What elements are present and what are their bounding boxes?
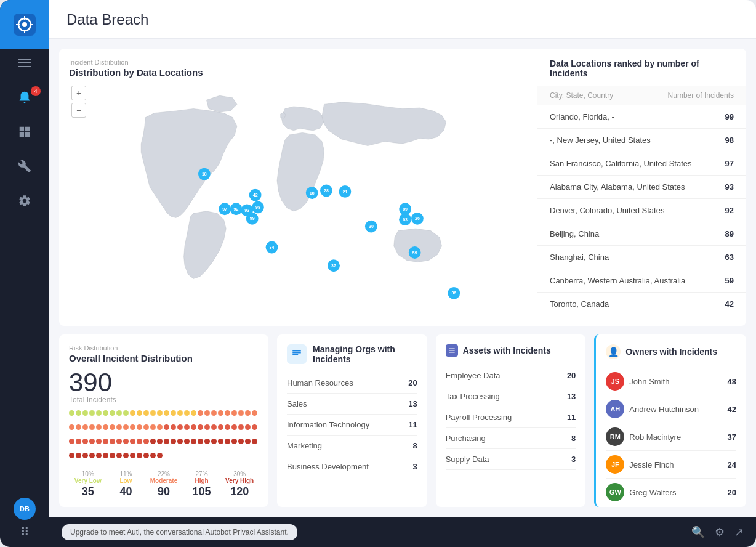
map-marker-21[interactable]: 21 xyxy=(339,185,352,198)
sidebar-item-dashboard[interactable] xyxy=(0,116,49,148)
user-avatar[interactable]: DB xyxy=(14,498,36,520)
map-marker-34[interactable]: 34 xyxy=(266,241,278,254)
locations-table-header: City, State, Country Number of Incidents xyxy=(537,86,746,105)
risk-dot xyxy=(110,439,115,444)
location-row[interactable]: Alabama City, Alabama, United States93 xyxy=(537,176,746,199)
location-row[interactable]: Shanghai, China63 xyxy=(537,246,746,269)
risk-dot xyxy=(96,453,102,458)
map-marker-63[interactable]: 63 xyxy=(399,213,411,225)
risk-dot xyxy=(96,410,102,416)
svg-rect-4 xyxy=(18,62,31,63)
export-icon[interactable]: ↗ xyxy=(734,525,744,539)
page-title: Data Breach xyxy=(66,11,739,28)
asset-row: Employee Data20 xyxy=(446,365,576,386)
filter-icon[interactable]: ⚙ xyxy=(715,525,725,539)
map-marker-99[interactable]: 99 xyxy=(246,213,259,225)
risk-level-col: 27% High 105 xyxy=(183,471,221,498)
assets-header: Assets with Incidents xyxy=(446,344,576,357)
svg-rect-46 xyxy=(292,350,301,352)
risk-dot xyxy=(252,439,257,444)
risk-dot xyxy=(245,439,251,444)
search-icon[interactable]: 🔍 xyxy=(691,525,705,539)
map-marker-59[interactable]: 59 xyxy=(409,246,421,259)
risk-dot xyxy=(130,439,135,444)
svg-text:99: 99 xyxy=(250,216,255,221)
owner-avatar: RM xyxy=(606,427,624,446)
risk-dot xyxy=(164,410,169,416)
risk-dot xyxy=(150,439,156,444)
risk-dot xyxy=(177,439,183,444)
risk-dot xyxy=(82,439,88,444)
location-count-header: Number of Incidents xyxy=(668,91,734,100)
svg-text:92: 92 xyxy=(234,207,239,211)
risk-dot xyxy=(231,424,237,430)
orgs-list: Human Resources20Sales13Information Tech… xyxy=(287,373,417,477)
map-marker-18b[interactable]: 18 xyxy=(306,187,318,199)
risk-dot xyxy=(123,439,129,444)
location-row[interactable]: Beijing, China89 xyxy=(537,222,746,246)
map-marker-37[interactable]: 37 xyxy=(328,259,340,272)
risk-dot-grid xyxy=(69,410,259,466)
map-marker-30[interactable]: 30 xyxy=(365,221,377,233)
risk-dot xyxy=(89,453,95,458)
svg-rect-3 xyxy=(18,59,31,60)
hamburger-menu[interactable] xyxy=(0,49,49,76)
location-row[interactable]: Toronto, Canada42 xyxy=(537,293,746,314)
svg-rect-7 xyxy=(25,127,30,131)
risk-dot xyxy=(184,439,190,444)
svg-text:89: 89 xyxy=(403,207,408,211)
svg-rect-8 xyxy=(20,132,24,137)
map-marker-42[interactable]: 42 xyxy=(249,189,262,201)
risk-bars: 10% Very Low 35 11% Low 40 22% Moderate … xyxy=(69,471,259,498)
risk-dot xyxy=(69,453,74,458)
risk-dot xyxy=(177,424,183,430)
risk-dot xyxy=(198,410,203,416)
map-marker-92[interactable]: 92 xyxy=(230,203,243,215)
map-marker-98[interactable]: 98 xyxy=(252,201,264,213)
risk-dot xyxy=(76,453,81,458)
orgs-panel-title: Managing Orgs with Incidents xyxy=(313,344,417,364)
risk-dot xyxy=(245,424,251,430)
apps-icon[interactable]: ⠿ xyxy=(20,525,30,540)
location-row[interactable]: -, New Jersey, United States98 xyxy=(537,129,746,152)
risk-dot xyxy=(150,453,156,458)
location-row[interactable]: San Francisco, California, United States… xyxy=(537,152,746,176)
risk-dot xyxy=(225,424,230,430)
risk-dot xyxy=(150,424,156,430)
risk-dot xyxy=(137,410,142,416)
chat-hint-text[interactable]: Upgrade to meet Auti, the conversational… xyxy=(62,524,297,540)
risk-dot xyxy=(96,424,102,430)
risk-dot xyxy=(184,424,190,430)
map-marker-89[interactable]: 89 xyxy=(399,203,411,215)
map-marker-26[interactable]: 26 xyxy=(411,213,424,225)
risk-dot xyxy=(157,439,163,444)
owner-row: AH Andrew Hutchinson 42 xyxy=(606,395,736,423)
risk-dot xyxy=(177,410,183,416)
location-row[interactable]: Orlando, Florida, -99 xyxy=(537,105,746,129)
owner-row: RM Rob Macintyre 37 xyxy=(606,423,736,451)
risk-dot xyxy=(89,424,95,430)
map-marker-28[interactable]: 28 xyxy=(320,185,332,197)
sidebar: 4 DB ⠿ xyxy=(0,0,49,547)
location-row[interactable]: Canberra, Western Australia, Australia59 xyxy=(537,269,746,293)
map-marker-97[interactable]: 97 xyxy=(219,203,231,215)
sidebar-item-tools[interactable] xyxy=(0,150,49,182)
sidebar-item-settings[interactable] xyxy=(0,185,49,217)
risk-dot xyxy=(76,410,81,416)
risk-panel: Risk Distribution Overall Incident Distr… xyxy=(59,334,268,507)
risk-dot xyxy=(171,410,176,416)
risk-dot xyxy=(211,410,217,416)
risk-dot xyxy=(103,424,108,430)
risk-dot xyxy=(191,424,196,430)
risk-dot xyxy=(137,439,142,444)
owners-panel: 👤 Owners with Incidents JS John Smith 48… xyxy=(594,334,746,507)
risk-dot xyxy=(211,424,217,430)
location-row[interactable]: Denver, Colorado, United States92 xyxy=(537,199,746,222)
logo[interactable] xyxy=(0,0,49,49)
risk-dot xyxy=(211,439,217,444)
sidebar-item-notifications[interactable]: 4 xyxy=(0,81,49,113)
map-marker-18a[interactable]: 18 xyxy=(198,168,211,180)
svg-text:30: 30 xyxy=(369,224,374,229)
svg-text:18: 18 xyxy=(202,172,207,176)
map-marker-36[interactable]: 36 xyxy=(448,287,460,299)
